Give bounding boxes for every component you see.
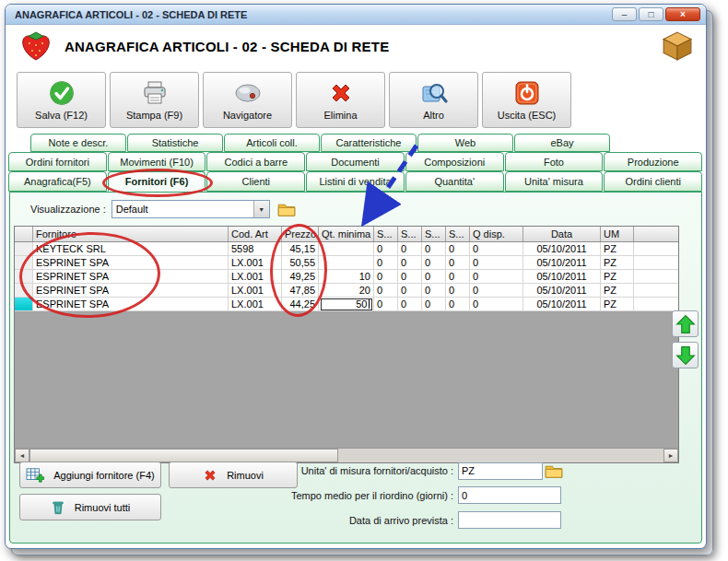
cell-s[interactable]: 0 bbox=[422, 270, 446, 283]
cell-cod-art[interactable]: LX.001 bbox=[229, 270, 282, 283]
cell-cod-art[interactable]: 5598 bbox=[229, 242, 282, 255]
tab-note-e-descr[interactable]: Note e descr. bbox=[30, 134, 126, 152]
cell-s[interactable]: 0 bbox=[398, 284, 422, 297]
altro-button[interactable]: Altro bbox=[389, 72, 478, 128]
cell-cod-art[interactable]: LX.001 bbox=[229, 256, 282, 269]
cell-prezzo[interactable]: 50,55 bbox=[282, 256, 319, 269]
cell-s[interactable]: 0 bbox=[422, 242, 446, 255]
col-header-s4[interactable]: S... bbox=[446, 227, 470, 241]
cell-data[interactable]: 05/10/2011 bbox=[523, 256, 601, 269]
tab-quantita[interactable]: Quantita' bbox=[405, 171, 504, 192]
remove-all-button[interactable]: Rimuovi tutti bbox=[19, 494, 161, 520]
maximize-button[interactable]: □ bbox=[639, 7, 663, 21]
col-header-um[interactable]: UM bbox=[601, 227, 634, 241]
col-header-q-disp[interactable]: Q disp. bbox=[470, 227, 523, 241]
reorder-field[interactable]: 0 bbox=[458, 486, 561, 504]
cell-s[interactable]: 0 bbox=[422, 298, 446, 310]
col-header-s3[interactable]: S... bbox=[422, 227, 446, 241]
col-header-s2[interactable]: S... bbox=[398, 227, 422, 241]
cell-qt-minima[interactable] bbox=[319, 256, 374, 269]
unit-folder-button[interactable] bbox=[543, 462, 565, 480]
cell-s[interactable]: 0 bbox=[446, 242, 470, 255]
cell-fornitore[interactable]: ESPRINET SPA bbox=[33, 256, 229, 269]
cell-prezzo[interactable]: 44,25 bbox=[282, 298, 319, 310]
table-row[interactable]: ESPRINET SPA LX.001 50,55 0 0 0 0 0 05/1… bbox=[15, 256, 678, 270]
cell-s[interactable]: 0 bbox=[446, 298, 470, 310]
add-supplier-button[interactable]: Aggiungi fornitore (F4) bbox=[19, 462, 161, 488]
col-header-qt-minima[interactable]: Qt. minima ... bbox=[319, 227, 374, 241]
cell-data[interactable]: 05/10/2011 bbox=[523, 298, 601, 310]
tab-codici-a-barre[interactable]: Codici a barre bbox=[206, 152, 305, 171]
cell-data[interactable]: 05/10/2011 bbox=[523, 242, 601, 255]
cell-s[interactable]: 0 bbox=[374, 256, 398, 269]
cell-fornitore[interactable]: ESPRINET SPA bbox=[33, 284, 229, 297]
cell-um[interactable]: PZ bbox=[601, 298, 634, 310]
cell-s[interactable]: 0 bbox=[422, 284, 446, 297]
arrival-field[interactable] bbox=[458, 511, 561, 529]
uscita-button[interactable]: Uscita (ESC) bbox=[482, 72, 571, 128]
tab-statistiche[interactable]: Statistiche bbox=[127, 134, 223, 152]
cell-q-disp[interactable]: 0 bbox=[470, 298, 523, 310]
elimina-button[interactable]: Elimina bbox=[296, 72, 385, 128]
view-selector-combobox[interactable]: Default ▼ bbox=[112, 200, 270, 218]
tab-fornitori[interactable]: Fornitori (F6) bbox=[108, 171, 206, 192]
cell-um[interactable]: PZ bbox=[601, 242, 634, 255]
cell-q-disp[interactable]: 0 bbox=[470, 256, 523, 269]
unit-field[interactable]: PZ bbox=[458, 462, 543, 480]
cell-s[interactable]: 0 bbox=[374, 242, 398, 255]
qt-minima-edit-field[interactable]: 50 bbox=[321, 298, 372, 310]
cell-qt-minima[interactable]: 20 bbox=[319, 284, 374, 297]
col-header-data[interactable]: Data bbox=[523, 227, 601, 241]
col-header-fornitore[interactable]: Fornitore bbox=[33, 227, 229, 241]
cell-s[interactable]: 0 bbox=[398, 298, 422, 310]
table-row[interactable]: ESPRINET SPA LX.001 47,85 20 0 0 0 0 0 0… bbox=[15, 284, 678, 298]
tab-foto[interactable]: Foto bbox=[505, 152, 604, 171]
cell-s[interactable]: 0 bbox=[374, 270, 398, 283]
tab-unita-misura[interactable]: Unita' misura bbox=[505, 171, 604, 192]
salva-button[interactable]: Salva (F12) bbox=[17, 72, 106, 128]
table-row-current[interactable]: ESPRINET SPA LX.001 44,25 50 0 0 0 0 0 0… bbox=[15, 298, 678, 311]
tab-caratteristiche[interactable]: Caratteristiche bbox=[321, 134, 417, 152]
cell-s[interactable]: 0 bbox=[398, 242, 422, 255]
tab-ordini-clienti[interactable]: Ordini clienti bbox=[604, 171, 702, 192]
cell-q-disp[interactable]: 0 bbox=[470, 270, 523, 283]
view-folder-button[interactable] bbox=[276, 200, 298, 218]
move-up-button[interactable] bbox=[672, 310, 699, 337]
table-row[interactable]: KEYTECK SRL 5598 45,15 0 0 0 0 0 05/10/2… bbox=[15, 242, 678, 256]
cell-cod-art[interactable]: LX.001 bbox=[229, 284, 282, 297]
cell-s[interactable]: 0 bbox=[374, 298, 398, 310]
cell-qt-minima[interactable]: 10 bbox=[319, 270, 374, 283]
cell-s[interactable]: 0 bbox=[398, 256, 422, 269]
cell-q-disp[interactable]: 0 bbox=[470, 284, 523, 297]
cell-fornitore[interactable]: KEYTECK SRL bbox=[33, 242, 229, 255]
cell-q-disp[interactable]: 0 bbox=[470, 242, 523, 255]
cell-data[interactable]: 05/10/2011 bbox=[523, 284, 601, 297]
col-header-prezzo[interactable]: Prezzo bbox=[282, 227, 319, 241]
tab-ebay[interactable]: eBay bbox=[514, 134, 610, 152]
tab-clienti[interactable]: Clienti bbox=[206, 171, 305, 192]
cell-s[interactable]: 0 bbox=[398, 270, 422, 283]
cell-prezzo[interactable]: 49,25 bbox=[282, 270, 319, 283]
tab-web[interactable]: Web bbox=[417, 134, 513, 152]
cell-s[interactable]: 0 bbox=[446, 270, 470, 283]
move-down-button[interactable] bbox=[672, 342, 699, 368]
cell-prezzo[interactable]: 45,15 bbox=[282, 242, 319, 255]
cell-fornitore[interactable]: ESPRINET SPA bbox=[33, 270, 229, 283]
stampa-button[interactable]: Stampa (F9) bbox=[110, 72, 199, 128]
navigatore-button[interactable]: Navigatore bbox=[203, 72, 292, 128]
cell-data[interactable]: 05/10/2011 bbox=[523, 270, 601, 283]
cell-qt-minima[interactable] bbox=[319, 242, 374, 255]
tab-documenti[interactable]: Documenti bbox=[306, 152, 405, 171]
cell-cod-art[interactable]: LX.001 bbox=[229, 298, 282, 310]
minimize-button[interactable]: – bbox=[612, 7, 637, 21]
tab-produzione[interactable]: Produzione bbox=[604, 152, 702, 171]
cell-s[interactable]: 0 bbox=[446, 284, 470, 297]
cell-qt-minima-editing[interactable]: 50 bbox=[319, 298, 374, 310]
table-row[interactable]: ESPRINET SPA LX.001 49,25 10 0 0 0 0 0 0… bbox=[15, 270, 678, 284]
col-header-cod-art[interactable]: Cod. Art bbox=[229, 227, 282, 241]
cell-fornitore[interactable]: ESPRINET SPA bbox=[33, 298, 229, 310]
cell-s[interactable]: 0 bbox=[374, 284, 398, 297]
cell-prezzo[interactable]: 47,85 bbox=[282, 284, 319, 297]
chevron-down-icon[interactable]: ▼ bbox=[253, 201, 269, 217]
cell-um[interactable]: PZ bbox=[601, 256, 634, 269]
